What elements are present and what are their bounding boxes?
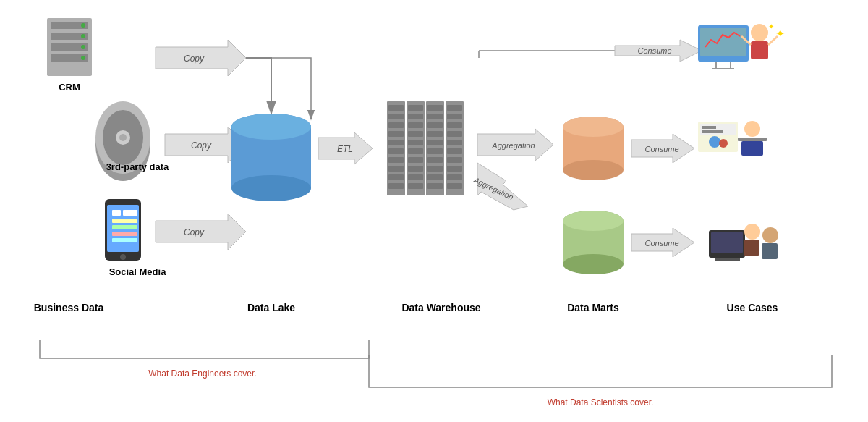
col-marts-label: Data Marts [567,302,619,313]
svg-rect-66 [447,114,462,119]
svg-rect-48 [408,148,423,154]
svg-point-11 [103,110,143,165]
svg-rect-1 [51,22,88,29]
svg-rect-54 [427,105,443,111]
svg-rect-36 [388,140,404,145]
svg-rect-82 [563,221,624,264]
crm-copy-label: Copy [184,54,205,64]
svg-rect-50 [408,166,423,172]
svg-marker-25 [156,214,246,250]
svg-rect-56 [427,122,443,128]
etl-label: ETL [337,144,353,154]
svg-rect-103 [738,138,767,141]
agg-top-label: Aggregation [491,141,535,150]
svg-rect-49 [408,157,423,163]
svg-rect-63 [427,183,443,189]
svg-rect-34 [388,122,404,128]
svg-rect-37 [388,148,404,154]
svg-rect-46 [408,131,423,137]
svg-point-101 [719,139,728,148]
diagram-container: CRM 3rd-party data Social Media Copy [0,0,868,422]
svg-rect-72 [447,166,462,172]
svg-rect-2 [51,33,88,40]
svg-rect-41 [388,183,404,189]
svg-rect-106 [711,232,743,253]
svg-rect-3 [51,43,88,51]
svg-rect-57 [427,131,443,137]
svg-point-26 [231,114,311,140]
svg-point-100 [709,136,720,148]
svg-marker-75 [477,129,553,161]
svg-rect-42 [407,101,425,195]
svg-rect-38 [388,157,404,163]
svg-rect-21 [112,238,137,242]
svg-rect-4 [51,54,88,62]
svg-rect-88 [698,25,749,62]
svg-rect-65 [447,105,462,111]
svg-rect-15 [107,205,139,252]
svg-rect-52 [408,183,423,189]
crm-label: CRM [59,82,80,93]
svg-rect-78 [563,127,624,170]
svg-rect-19 [112,225,137,229]
svg-text:✦: ✦ [768,22,774,30]
svg-marker-87 [631,228,694,257]
svg-marker-85 [615,40,702,62]
svg-rect-71 [447,157,462,163]
svg-point-28 [231,175,311,201]
svg-rect-18 [112,219,137,223]
svg-line-92 [741,36,751,45]
svg-rect-20 [112,232,137,236]
svg-point-79 [563,160,624,180]
svg-point-90 [751,24,768,41]
svg-rect-70 [447,148,462,154]
col-business-label: Business Data [34,302,104,313]
svg-point-102 [744,121,760,137]
svg-point-108 [744,224,760,240]
svg-rect-99 [702,130,723,133]
svg-rect-58 [427,140,443,145]
svg-rect-16 [112,210,121,216]
svg-point-77 [563,117,624,137]
agg-bottom-label: Aggregation [472,175,515,201]
svg-marker-86 [631,134,694,163]
svg-rect-104 [741,141,763,156]
diagram-svg: CRM 3rd-party data Social Media Copy [0,0,868,422]
svg-point-6 [81,34,85,38]
svg-point-13 [119,134,127,141]
svg-line-93 [768,36,778,45]
svg-point-10 [95,101,150,174]
svg-point-84 [563,211,624,231]
svg-rect-32 [388,105,404,111]
engineers-coverage-text: What Data Engineers cover. [148,368,256,379]
svg-rect-35 [388,131,404,137]
svg-point-8 [81,56,85,60]
svg-rect-17 [123,210,137,216]
col-usecases-label: Use Cases [727,302,778,313]
svg-rect-45 [408,122,423,128]
svg-rect-40 [388,174,404,180]
svg-text:✦: ✦ [775,28,785,40]
svg-rect-91 [751,41,768,59]
svg-rect-27 [231,127,311,188]
svg-rect-43 [408,105,423,111]
svg-rect-61 [427,166,443,172]
consume-bot-label: Consume [644,239,678,248]
social-media-label: Social Media [109,266,167,277]
svg-rect-47 [408,140,423,145]
third-party-label: 3rd-party data [106,161,169,172]
svg-point-81 [563,211,624,231]
svg-marker-76 [477,163,528,210]
svg-rect-109 [744,240,760,256]
svg-point-29 [231,114,311,140]
svg-rect-53 [426,101,444,195]
svg-rect-0 [47,18,92,76]
svg-point-110 [762,227,778,243]
svg-point-22 [120,254,126,260]
svg-rect-62 [427,174,443,180]
social-copy-label: Copy [184,227,205,237]
svg-rect-67 [447,122,462,128]
svg-rect-96 [698,122,738,152]
svg-marker-24 [165,127,246,163]
svg-rect-73 [447,174,462,180]
